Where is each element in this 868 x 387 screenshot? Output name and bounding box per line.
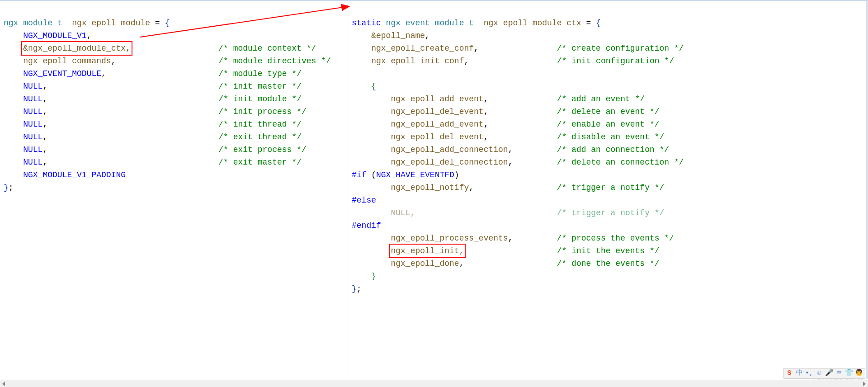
vertical-scrollbar[interactable] bbox=[866, 1, 868, 379]
code-line: ngx_epoll_add_event, /* enable an event … bbox=[352, 120, 660, 129]
ime-lang-icon[interactable]: 中 bbox=[795, 369, 803, 378]
ime-keyboard-icon[interactable]: ⌨ bbox=[835, 369, 843, 378]
ime-skin-icon[interactable]: 👕 bbox=[845, 369, 853, 378]
ime-voice-icon[interactable]: 🎤 bbox=[825, 369, 833, 378]
code-line: static ngx_event_module_t ngx_epoll_modu… bbox=[352, 19, 601, 28]
ime-toolbar[interactable]: S 中 •, ☺ 🎤 ⌨ 👕 👨 bbox=[783, 368, 865, 379]
code-line: NULL, /* trigger a notify */ bbox=[352, 208, 664, 217]
code-line: }; bbox=[352, 284, 362, 293]
code-line: &epoll_name, bbox=[352, 31, 430, 40]
module-ctx-highlight: &ngx_epoll_module_ctx, bbox=[21, 41, 132, 56]
code-line: ngx_epoll_del_connection, /* delete an c… bbox=[352, 158, 684, 167]
code-line: }; bbox=[4, 183, 14, 192]
code-line: NULL, /* init thread */ bbox=[4, 120, 302, 129]
code-line: #endif bbox=[352, 221, 381, 230]
code-line: { bbox=[352, 82, 376, 91]
code-line: ngx_epoll_notify, /* trigger a notify */ bbox=[352, 183, 664, 192]
code-line: ngx_epoll_del_event, /* disable an event… bbox=[352, 132, 664, 142]
code-line: ngx_epoll_commands, /* module directives… bbox=[4, 57, 331, 66]
ime-logo-icon[interactable]: S bbox=[785, 369, 793, 378]
code-line: &ngx_epoll_module_ctx, /* module context… bbox=[4, 44, 316, 53]
code-line: ngx_epoll_create_conf, /* create configu… bbox=[352, 44, 684, 53]
code-line: ngx_epoll_del_event, /* delete an event … bbox=[352, 107, 660, 116]
code-line: ngx_epoll_add_connection, /* add an conn… bbox=[352, 145, 669, 154]
code-line: NGX_EVENT_MODULE, /* module type */ bbox=[4, 69, 302, 78]
code-line: ngx_epoll_init, /* init the events */ bbox=[352, 246, 660, 255]
code-line: NGX_MODULE_V1_PADDING bbox=[4, 170, 126, 179]
code-line: #else bbox=[352, 196, 376, 205]
ime-punct-icon[interactable]: •, bbox=[805, 369, 813, 378]
code-line: NULL, /* exit process */ bbox=[4, 145, 307, 154]
epoll-init-highlight: ngx_epoll_init, bbox=[389, 244, 466, 258]
code-line: ngx_epoll_process_events, /* process the… bbox=[352, 234, 674, 243]
code-line: ngx_epoll_init_conf, /* init configurati… bbox=[352, 57, 674, 66]
horizontal-scrollbar[interactable] bbox=[0, 380, 868, 387]
ime-user-icon[interactable]: 👨 bbox=[855, 369, 863, 378]
code-line: } bbox=[352, 272, 376, 281]
code-diff-view: ngx_module_t ngx_epoll_module = { NGX_MO… bbox=[0, 0, 868, 387]
code-line: ngx_module_t ngx_epoll_module = { bbox=[4, 19, 170, 28]
code-line: #if (NGX_HAVE_EVENTFD) bbox=[352, 170, 459, 179]
code-line: NULL, /* exit master */ bbox=[4, 158, 302, 167]
code-line: NULL, /* init master */ bbox=[4, 82, 302, 91]
code-line: NULL, /* init module */ bbox=[4, 94, 302, 104]
code-line: NGX_MODULE_V1, bbox=[4, 31, 91, 40]
ime-emotion-icon[interactable]: ☺ bbox=[815, 369, 823, 378]
code-line: ngx_epoll_add_event, /* add an event */ bbox=[352, 94, 645, 104]
code-line: NULL, /* init process */ bbox=[4, 107, 307, 116]
left-code-panel: ngx_module_t ngx_epoll_module = { NGX_MO… bbox=[0, 2, 348, 379]
code-line: NULL, /* exit thread */ bbox=[4, 132, 302, 142]
code-line: ngx_epoll_done, /* done the events */ bbox=[352, 259, 660, 268]
right-code-panel: static ngx_event_module_t ngx_epoll_modu… bbox=[348, 2, 868, 379]
